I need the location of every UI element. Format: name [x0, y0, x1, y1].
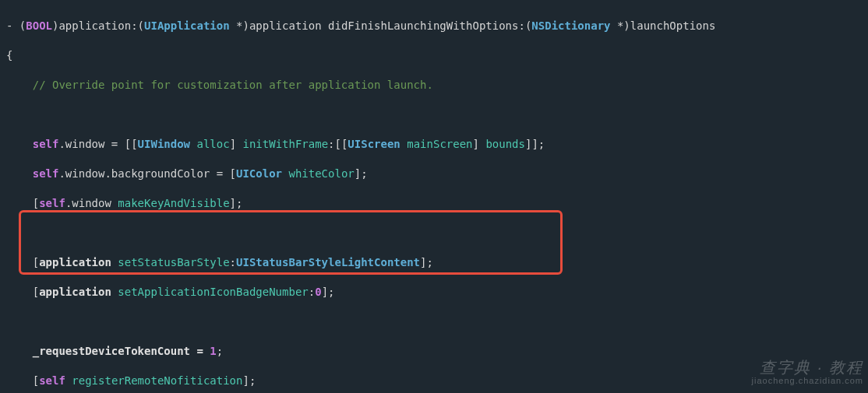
token: : — [309, 286, 315, 298]
code-line — [6, 314, 868, 329]
token-method: registerRemoteNofitication — [72, 374, 242, 387]
code-line: // Override point for customization afte… — [6, 78, 868, 93]
token: ; — [217, 345, 223, 357]
token-type: UIWindow — [138, 138, 190, 150]
token: [ — [6, 286, 39, 298]
code-line — [6, 107, 868, 122]
token: ] — [473, 138, 486, 150]
code-editor[interactable]: - (BOOL)application:(UIApplication *)app… — [0, 4, 868, 393]
token: )application:( — [52, 19, 144, 32]
token-comment: // Override point for customization afte… — [6, 79, 433, 91]
token-keyword: self — [33, 138, 59, 150]
token: :[[ — [328, 138, 348, 150]
code-line: [self registerRemoteNofitication]; — [6, 374, 868, 388]
token-number: 1 — [210, 345, 216, 357]
token: - ( — [6, 19, 26, 32]
token-type: UIColor — [236, 167, 282, 180]
token: *)launchOptions — [611, 19, 716, 32]
code-line — [6, 226, 868, 240]
token-keyword: self — [39, 197, 65, 209]
code-line: [self.window makeKeyAndVisible]; — [6, 196, 868, 211]
token: ]; — [355, 167, 368, 180]
token: ] — [230, 138, 243, 150]
token: ]; — [420, 256, 433, 268]
token-type: UIApplication — [144, 19, 230, 32]
token: [ — [6, 256, 39, 268]
token-type: BOOL — [26, 19, 52, 32]
token-method: alloc — [196, 138, 229, 150]
token-keyword: self — [39, 374, 65, 387]
token-number: 0 — [315, 286, 321, 298]
code-line: self.window.backgroundColor = [UIColor w… — [6, 167, 868, 181]
code-line: [application setStatusBarStyle:UIStatusB… — [6, 255, 868, 270]
token-method: initWithFrame — [242, 138, 328, 150]
token: _requestDeviceTokenCount = — [6, 345, 210, 357]
token-method: makeKeyAndVisible — [118, 197, 229, 209]
token: application — [39, 286, 111, 298]
token — [6, 167, 33, 180]
token: ]]; — [525, 138, 545, 150]
token: [ — [6, 197, 39, 209]
code-line: self.window = [[UIWindow alloc] initWith… — [6, 137, 868, 152]
token-method: whiteColor — [288, 167, 354, 180]
token: [ — [6, 374, 39, 387]
token: ]; — [322, 286, 335, 298]
token-const: UIStatusBarStyleLightContent — [236, 256, 420, 268]
token: { — [6, 49, 12, 61]
token — [400, 138, 407, 150]
token: .window — [65, 197, 118, 209]
token-method: bounds — [485, 138, 525, 150]
token: *)application didFinishLaunchingWithOpti… — [230, 19, 532, 32]
token-method: mainScreen — [407, 138, 472, 150]
token: .window = [[ — [58, 138, 137, 150]
token: application — [39, 256, 111, 268]
code-line: [application setApplicationIconBadgeNumb… — [6, 285, 868, 300]
token-type: UIScreen — [348, 138, 400, 150]
code-line: - (BOOL)application:(UIApplication *)app… — [6, 19, 868, 33]
code-line: _requestDeviceTokenCount = 1; — [6, 344, 868, 359]
token-keyword: self — [33, 167, 59, 180]
token: ]; — [230, 197, 243, 209]
token-method: setApplicationIconBadgeNumber — [118, 286, 308, 298]
token: : — [230, 256, 236, 268]
token-type: NSDictionary — [531, 19, 610, 32]
token: .window.backgroundColor = [ — [58, 167, 236, 180]
code-line: { — [6, 48, 868, 63]
token — [6, 138, 33, 150]
token: ]; — [242, 374, 256, 387]
token-method: setStatusBarStyle — [118, 256, 229, 268]
